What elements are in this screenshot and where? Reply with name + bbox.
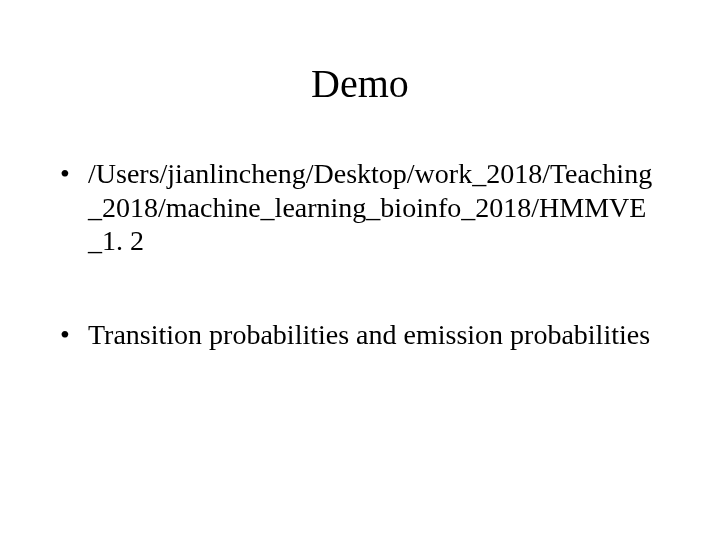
slide-container: Demo /Users/jianlincheng/Desktop/work_20… <box>0 0 720 540</box>
list-item: Transition probabilities and emission pr… <box>60 318 660 352</box>
slide-title: Demo <box>60 60 660 107</box>
list-item: /Users/jianlincheng/Desktop/work_2018/Te… <box>60 157 660 258</box>
bullet-list: /Users/jianlincheng/Desktop/work_2018/Te… <box>60 157 660 351</box>
